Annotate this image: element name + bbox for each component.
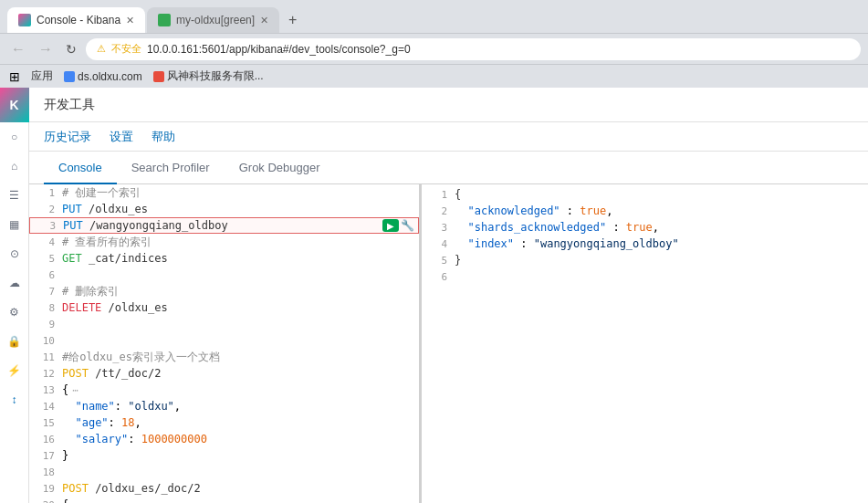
tab-kibana[interactable]: Console - Kibana ✕ <box>7 7 145 33</box>
tab-search-profiler[interactable]: Search Profiler <box>117 152 225 184</box>
output-line-6: 6 <box>422 268 868 285</box>
line-content: # 查看所有的索引 <box>62 235 152 250</box>
address-input[interactable]: ⚠ 不安全 10.0.0.161:5601/app/kibana#/dev_to… <box>86 38 861 60</box>
nav-history[interactable]: 历史记录 <box>44 129 91 145</box>
logo-icon: K <box>9 98 18 112</box>
out-content <box>455 270 461 283</box>
editor-line-3: 3 PUT /wangyongqiang_oldboy ▶ 🔧 <box>29 217 419 234</box>
sidebar-icon-search[interactable]: ⊙ <box>0 239 29 268</box>
line-num: 3 <box>34 220 56 232</box>
tab-console[interactable]: Console <box>44 152 117 184</box>
editor-pane[interactable]: 1 # 创建一个索引 2 PUT /oldxu_es 3 PUT /wangyo… <box>29 184 422 503</box>
cluster-favicon <box>158 14 171 26</box>
line-num: 1 <box>33 187 55 199</box>
main-content: 开发工具 历史记录 设置 帮助 Console Search Profiler … <box>29 88 868 503</box>
sidebar-icon-list[interactable]: ☰ <box>0 181 29 210</box>
line-num: 15 <box>33 417 55 429</box>
sidebar-icon-devtools[interactable]: ↕ <box>0 385 29 414</box>
line-content: DELETE /oldxu_es <box>62 301 168 314</box>
editor-line-17: 17 } <box>29 447 419 464</box>
editor-line-11: 11 #给oldxu_es索引录入一个文档 <box>29 349 419 365</box>
line-num: 7 <box>33 286 55 298</box>
bookmark-apps[interactable]: 应用 <box>31 68 53 84</box>
sidebar-icon-lock[interactable]: 🔒 <box>0 327 29 356</box>
back-button[interactable]: ← <box>7 39 29 59</box>
out-num: 3 <box>425 222 447 234</box>
line-num: 5 <box>33 253 55 265</box>
editor-line-2: 2 PUT /oldxu_es <box>29 201 419 217</box>
out-num: 5 <box>425 255 447 267</box>
fengshen-favicon <box>153 71 164 82</box>
apps-icon: ⊞ <box>9 69 20 84</box>
line-num: 17 <box>33 450 55 462</box>
editor-line-16: 16 "salary": 1000000000 <box>29 431 419 447</box>
warning-icon: ⚠ <box>97 43 106 55</box>
output-line-1: 1 { <box>422 186 868 203</box>
sidebar-icon-bolt[interactable]: ⚡ <box>0 356 29 385</box>
editor-line-7: 7 # 删除索引 <box>29 283 419 299</box>
tab-grok-debugger[interactable]: Grok Debugger <box>225 152 335 184</box>
line-content: PUT /oldxu_es <box>62 203 148 215</box>
sidebar-icon-cloud[interactable]: ☁ <box>0 268 29 298</box>
output-line-4: 4 "index" : "wangyongqiang_oldboy" <box>422 236 868 252</box>
line-num: 2 <box>33 204 55 215</box>
line-num: 20 <box>33 499 55 504</box>
line-num: 6 <box>33 269 55 281</box>
close-icon[interactable]: ✕ <box>126 15 134 26</box>
editor-line-10: 10 <box>29 332 419 349</box>
line-content: "name": "oldxu", <box>62 400 181 413</box>
kibana-logo[interactable]: K <box>0 88 29 122</box>
browser-chrome: Console - Kibana ✕ my-oldxu[green] ✕ + <box>0 0 868 33</box>
output-line-5: 5 } <box>422 252 868 268</box>
ds-favicon <box>64 71 75 82</box>
tab-label: Console - Kibana <box>37 14 120 26</box>
bookmark-fengshen[interactable]: 风神科技服务有限... <box>153 68 264 84</box>
line-content <box>62 466 68 478</box>
reload-button[interactable]: ↻ <box>62 40 80 58</box>
line-content: #给oldxu_es索引录入一个文档 <box>62 350 220 365</box>
out-num: 1 <box>425 189 447 201</box>
line-content: GET _cat/indices <box>62 252 168 265</box>
close-icon-2[interactable]: ✕ <box>260 15 268 26</box>
editor-line-9: 9 <box>29 316 419 332</box>
editor-line-5: 5 GET _cat/indices <box>29 250 419 267</box>
editor-line-18: 18 <box>29 464 419 480</box>
line-content <box>62 268 68 281</box>
line-num: 9 <box>33 319 55 330</box>
new-tab-button[interactable]: + <box>281 7 304 33</box>
editor-line-13: 13 { ⋯ <box>29 382 419 398</box>
tab-cluster[interactable]: my-oldxu[green] ✕ <box>147 7 279 33</box>
line-content: POST /oldxu_es/_doc/2 <box>62 482 201 495</box>
editor-line-15: 15 "age": 18, <box>29 414 419 431</box>
sidebar-icon-grid[interactable]: ▦ <box>0 210 29 239</box>
nav-help[interactable]: 帮助 <box>152 129 175 145</box>
line-content: "salary": 1000000000 <box>62 433 207 445</box>
nav-settings[interactable]: 设置 <box>110 129 133 145</box>
editor-line-19: 19 POST /oldxu_es/_doc/2 <box>29 480 419 497</box>
line-num: 13 <box>33 384 55 396</box>
out-content: "index" : "wangyongqiang_oldboy" <box>455 237 679 250</box>
out-content: } <box>455 254 461 267</box>
tab-favicon <box>18 14 31 26</box>
out-content: "shards_acknowledged" : true, <box>455 221 659 234</box>
forward-button[interactable]: → <box>35 39 57 59</box>
line-content: { <box>62 383 68 396</box>
line-num: 18 <box>33 466 55 478</box>
bookmark-ds[interactable]: ds.oldxu.com <box>64 70 142 83</box>
out-content: "acknowledged" : true, <box>455 204 612 217</box>
expand-icon: ⋯ <box>72 384 78 396</box>
sidebar-icon-circle[interactable]: ○ <box>0 122 29 152</box>
line-num: 10 <box>33 335 55 347</box>
editor-line-14: 14 "name": "oldxu", <box>29 398 419 414</box>
sidebar: K ○ ⌂ ☰ ▦ ⊙ ☁ ⚙ 🔒 ⚡ ↕ <box>0 88 29 503</box>
address-bar: ← → ↻ ⚠ 不安全 10.0.0.161:5601/app/kibana#/… <box>0 33 868 64</box>
line-content: } <box>62 449 68 462</box>
run-button[interactable]: ▶ <box>382 219 399 232</box>
wrench-button[interactable]: 🔧 <box>401 219 414 232</box>
line-content: "age": 18, <box>62 416 141 429</box>
line-content: # 创建一个索引 <box>62 185 141 201</box>
line-num: 14 <box>33 401 55 413</box>
sidebar-icon-home[interactable]: ⌂ <box>0 152 29 181</box>
editor-line-6: 6 <box>29 267 419 283</box>
sidebar-icon-gear[interactable]: ⚙ <box>0 298 29 327</box>
